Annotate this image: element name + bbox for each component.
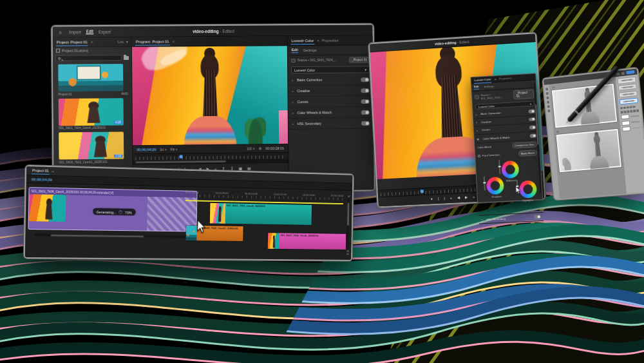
subtab-edit[interactable]: Edit — [292, 48, 298, 53]
panel-icon[interactable] — [636, 110, 639, 112]
menu-export[interactable]: Export — [99, 29, 111, 34]
toolbar-icon[interactable] — [621, 72, 625, 75]
layer-row[interactable] — [621, 113, 639, 120]
panel-icon[interactable] — [621, 111, 623, 113]
menu-edit[interactable]: Edit — [86, 29, 93, 34]
tab-lumetri-color[interactable]: Lumetri Color — [473, 76, 492, 84]
program-video[interactable] — [132, 46, 288, 145]
menu-import[interactable]: Import — [69, 30, 81, 34]
panel-icon[interactable] — [623, 106, 626, 109]
panel-icon[interactable] — [632, 106, 635, 108]
primary-action-button[interactable] — [626, 70, 634, 74]
section-basic-correction[interactable]: › Basic Correction — [288, 74, 373, 86]
timeline-clip-teal[interactable]: S01_Sh01_Tk01_CamA_20250101 — [210, 203, 312, 225]
media-item-clip-1[interactable]: 4:28 S01_Sh01_Tk04_CamA_20250101 — [59, 98, 128, 130]
export-frame-icon[interactable]: ▦ — [238, 167, 242, 171]
win2-playhead[interactable] — [421, 190, 424, 193]
tool-icon[interactable] — [546, 92, 549, 95]
timeline-hscrollbar[interactable] — [34, 233, 185, 238]
speed-dropdown[interactable]: 1x▾ — [160, 148, 166, 152]
midtones-slider[interactable] — [498, 161, 500, 175]
brush-preview[interactable] — [619, 90, 638, 97]
toggle-basic-correction[interactable] — [361, 77, 369, 82]
fit-dropdown[interactable]: Fit▾ — [171, 148, 178, 152]
step-fwd-icon[interactable]: » — [214, 167, 216, 171]
panel-icon[interactable] — [620, 107, 623, 110]
search-input[interactable] — [55, 55, 122, 61]
step-back-icon[interactable]: « — [450, 197, 452, 201]
close-icon[interactable]: × — [494, 77, 497, 81]
marker-icon[interactable]: ● — [431, 198, 433, 202]
close-icon[interactable]: × — [173, 39, 175, 43]
lumetri-preset-dropdown[interactable]: Lumetri Color ▾ — [291, 66, 370, 74]
program-playhead[interactable] — [180, 155, 183, 159]
shadows-wheel[interactable] — [486, 177, 504, 195]
tool-icon[interactable] — [547, 101, 549, 103]
tool-icon[interactable] — [545, 88, 548, 90]
close-icon[interactable]: × — [91, 40, 93, 44]
toggle-creative[interactable] — [529, 117, 535, 121]
panel-icon[interactable] — [627, 110, 629, 113]
subtab-edit[interactable]: Edit — [474, 84, 479, 89]
close-icon[interactable]: × — [317, 39, 319, 43]
section-hsl-secondary[interactable]: › HSL Secondary — [289, 118, 374, 130]
folder-icon[interactable] — [124, 55, 129, 59]
layer-row[interactable] — [621, 119, 640, 126]
shadows-slider[interactable] — [484, 177, 486, 191]
tab-properties[interactable]: Properties — [499, 76, 512, 80]
section-creative[interactable]: › Creative — [288, 85, 373, 97]
subtab-settings[interactable]: Settings — [484, 84, 494, 88]
toolbar-icon[interactable] — [616, 72, 620, 75]
timeline-clip-pink[interactable]: S01_Sh03_Tk04_CamA_20250101 — [268, 233, 346, 250]
apply-match-button[interactable]: Apply Match — [518, 150, 538, 157]
toggle-hsl-secondary[interactable] — [361, 121, 370, 125]
timeline-vscrollbar[interactable] — [346, 195, 351, 255]
storyboard-frame-2[interactable]: 02 — [555, 125, 621, 173]
comparison-view-button[interactable]: Comparison View — [512, 142, 537, 149]
playback-quality-dropdown[interactable]: 1/2▾ — [247, 146, 254, 150]
tab-program[interactable]: Program: Project 01 — [135, 38, 170, 45]
panel-icon[interactable] — [630, 106, 632, 108]
close-icon[interactable]: × — [52, 170, 55, 173]
panel-icon[interactable] — [623, 111, 626, 113]
layer-row[interactable] — [622, 125, 641, 132]
lift-icon[interactable]: ↥ — [222, 167, 225, 171]
toggle-hsl-secondary[interactable] — [535, 215, 541, 219]
track-control[interactable] — [346, 250, 348, 252]
section-color-wheels[interactable]: › Color Wheels & Match — [289, 107, 374, 119]
generative-extend-clip[interactable]: S01_Sh01_Tk04_CamA_20250101-00;00;04;29-… — [28, 188, 196, 231]
toggle-curves[interactable] — [529, 126, 536, 130]
tool-icon[interactable] — [547, 110, 550, 112]
extract-icon[interactable]: ↧ — [230, 167, 233, 171]
toggle-creative[interactable] — [361, 88, 369, 93]
tab-project[interactable]: Project: Project 01 — [56, 39, 88, 46]
brush-preview[interactable] — [618, 77, 636, 84]
tab-lumetri-color[interactable]: Lumetri Color — [291, 37, 315, 44]
toggle-curves[interactable] — [361, 99, 370, 103]
toggle-color-wheels[interactable] — [530, 134, 536, 138]
tool-icon[interactable] — [547, 105, 550, 108]
panel-icon[interactable] — [630, 110, 632, 113]
panel-icon[interactable] — [633, 110, 636, 112]
face-detection-checkbox[interactable] — [478, 155, 480, 157]
home-icon[interactable]: ⌂ — [57, 28, 64, 35]
timeline-clip-orange[interactable]: S01_Sh06_Tk02_Cam01_20250101 — [186, 226, 243, 241]
subtab-settings[interactable]: Settings — [303, 48, 317, 52]
highlights-wheel[interactable] — [519, 181, 537, 199]
project-chip[interactable]: _Project 01 — [349, 57, 370, 63]
toggle-color-wheels[interactable] — [361, 110, 370, 114]
play-fwd-icon[interactable]: ▶ — [465, 196, 468, 200]
tool-icon[interactable] — [546, 97, 549, 99]
mark-out-icon[interactable]: } — [444, 197, 445, 201]
brush-preview[interactable] — [618, 84, 637, 92]
midtones-wheel[interactable] — [501, 161, 519, 179]
project-chip[interactable]: _Project 01 — [513, 89, 534, 99]
play-icon[interactable]: ◀ — [457, 196, 460, 200]
settings-wrench-icon[interactable]: ⚙ — [258, 146, 261, 150]
play-fwd-icon[interactable]: ▶ — [206, 167, 209, 171]
tab-properties[interactable]: Properties — [322, 39, 339, 43]
track-control[interactable] — [346, 253, 348, 255]
tab-timeline[interactable]: Project 01 — [32, 167, 50, 175]
track-control[interactable] — [347, 195, 349, 197]
mark-in-icon[interactable]: { — [438, 197, 439, 201]
